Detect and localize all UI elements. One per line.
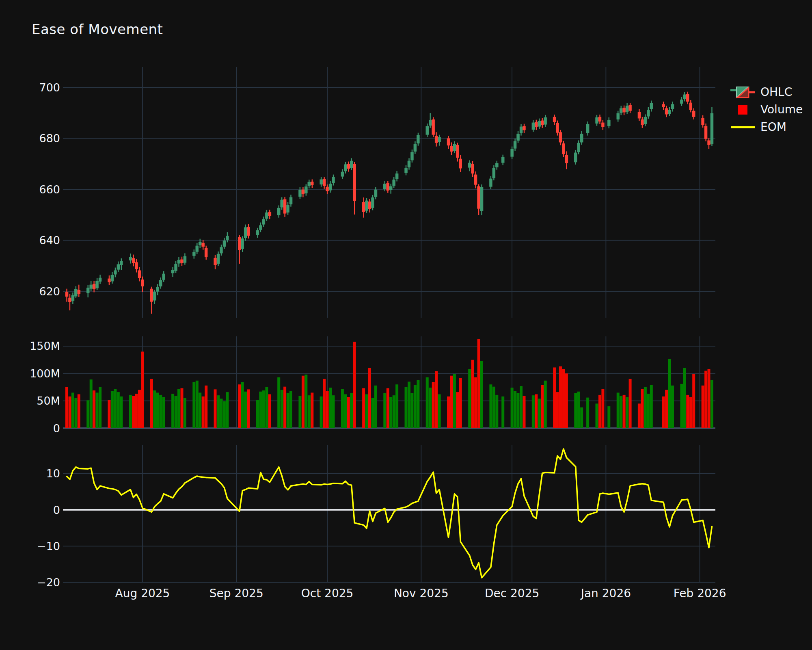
eom-line bbox=[67, 449, 712, 578]
svg-text:680: 680 bbox=[39, 132, 60, 145]
svg-text:640: 640 bbox=[39, 234, 60, 247]
svg-text:0: 0 bbox=[53, 422, 60, 435]
svg-text:Aug 2025: Aug 2025 bbox=[115, 587, 170, 600]
volume-square-icon bbox=[730, 103, 756, 116]
svg-text:50M: 50M bbox=[37, 394, 60, 407]
svg-text:Sep 2025: Sep 2025 bbox=[209, 587, 263, 600]
ohlc-volume-eom-chart[interactable]: 700680660640620150M100M50M0100−10−20Aug … bbox=[0, 0, 812, 650]
svg-text:620: 620 bbox=[39, 285, 60, 298]
svg-text:150M: 150M bbox=[30, 340, 60, 352]
chart-root: Ease of Movement 700680660640620150M100M… bbox=[0, 0, 812, 650]
svg-text:700: 700 bbox=[39, 81, 60, 94]
svg-text:Nov 2025: Nov 2025 bbox=[394, 587, 449, 600]
legend-label-ohlc: OHLC bbox=[760, 86, 792, 99]
svg-text:660: 660 bbox=[39, 183, 60, 196]
gridlines bbox=[63, 67, 715, 583]
eom-line-icon bbox=[730, 121, 756, 134]
ohlc-candles bbox=[65, 92, 713, 314]
y-axis-volume-labels: 150M100M50M0 bbox=[30, 340, 60, 434]
volume-bars bbox=[65, 339, 713, 429]
svg-text:0: 0 bbox=[53, 504, 60, 516]
legend: OHLC Volume EOM bbox=[730, 85, 803, 134]
legend-label-volume: Volume bbox=[760, 103, 803, 116]
svg-text:10: 10 bbox=[46, 467, 60, 480]
svg-text:Dec 2025: Dec 2025 bbox=[485, 587, 539, 600]
eom-panel bbox=[63, 449, 715, 578]
page-title: Ease of Movement bbox=[32, 21, 163, 37]
x-axis-month-labels: Aug 2025Sep 2025Oct 2025Nov 2025Dec 2025… bbox=[115, 587, 726, 600]
ohlc-candlestick-icon bbox=[730, 86, 756, 99]
legend-item-ohlc[interactable]: OHLC bbox=[730, 85, 803, 99]
svg-text:Jan 2026: Jan 2026 bbox=[580, 587, 631, 600]
y-axis-eom-labels: 100−10−20 bbox=[37, 467, 60, 589]
svg-text:−10: −10 bbox=[37, 540, 60, 552]
svg-text:Feb 2026: Feb 2026 bbox=[674, 587, 726, 600]
y-axis-price-labels: 700680660640620 bbox=[39, 81, 60, 298]
legend-item-eom[interactable]: EOM bbox=[730, 120, 803, 134]
legend-label-eom: EOM bbox=[760, 121, 786, 134]
svg-text:Oct 2025: Oct 2025 bbox=[301, 587, 354, 600]
svg-text:−20: −20 bbox=[37, 576, 60, 589]
legend-item-volume[interactable]: Volume bbox=[730, 103, 803, 117]
svg-text:100M: 100M bbox=[30, 367, 60, 380]
